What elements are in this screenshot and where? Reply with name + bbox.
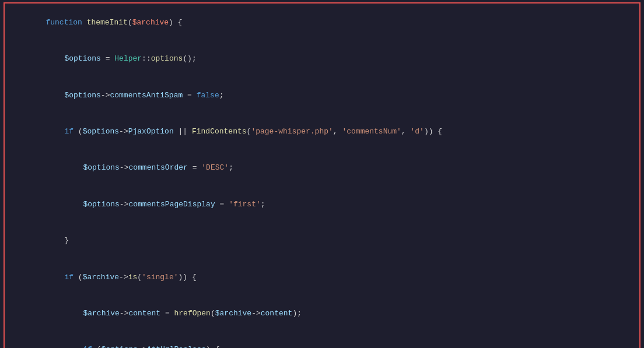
code-line-1: function themeInit($archive) { xyxy=(5,5,639,41)
top-code-block: function themeInit($archive) { $options … xyxy=(4,2,640,348)
code-line-10: if ($options->AttUrlReplace) { xyxy=(5,332,639,348)
code-container: function themeInit($archive) { $options … xyxy=(0,0,644,348)
code-line-8: if ($archive->is('single')) { xyxy=(5,259,639,296)
code-line-9: $archive->content = hrefOpen($archive->c… xyxy=(5,296,639,332)
code-line-7: } xyxy=(5,223,639,259)
code-line-2: $options = Helper::options(); xyxy=(5,41,639,77)
code-line-5: $options->commentsOrder = 'DESC'; xyxy=(5,150,639,187)
code-line-4: if ($options->PjaxOption || FindContents… xyxy=(5,114,639,150)
code-line-3: $options->commentsAntiSpam = false; xyxy=(5,78,639,114)
code-line-6: $options->commentsPageDisplay = 'first'; xyxy=(5,187,639,223)
